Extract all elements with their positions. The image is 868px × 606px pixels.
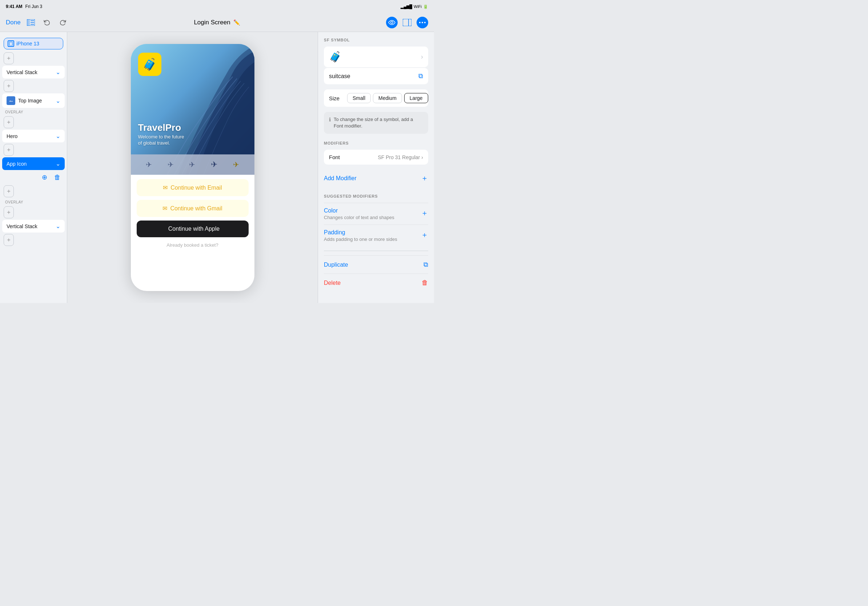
app-icon-symbol: 🧳 — [143, 57, 157, 71]
svg-rect-0 — [27, 19, 30, 26]
size-small-button[interactable]: Small — [347, 93, 371, 103]
font-modifier-row[interactable]: Font SF Pro 31 Regular › — [324, 150, 428, 165]
duplicate-layer-button[interactable]: ⊕ — [39, 172, 50, 182]
sf-chevron-icon: › — [421, 53, 423, 61]
svg-point-13 — [8, 98, 14, 103]
svg-point-5 — [391, 22, 393, 24]
add-modifier-label: Add Modifier — [324, 175, 356, 182]
size-label: Size — [329, 95, 344, 101]
layer-label-vertical-stack-2: Vertical Stack — [6, 223, 37, 229]
add-color-modifier-button[interactable]: ＋ — [421, 208, 428, 218]
delete-icon[interactable]: 🗑 — [422, 279, 428, 287]
preview-button[interactable] — [386, 17, 398, 28]
modifiers-label: MODIFIERS — [324, 141, 428, 145]
edit-title-icon[interactable]: ✏️ — [233, 19, 240, 26]
add-padding-modifier-button[interactable]: ＋ — [421, 230, 428, 240]
size-medium-button[interactable]: Medium — [373, 93, 402, 103]
duplicate-label: Duplicate — [324, 261, 348, 268]
delete-label: Delete — [324, 280, 341, 286]
size-large-button[interactable]: Large — [404, 93, 428, 103]
center-area: 🧳 TravelPro Welcome to the future of glo… — [67, 32, 318, 303]
color-desc: Changes color of text and shapes — [324, 215, 394, 220]
sf-symbol-row[interactable]: 🧳 › — [324, 46, 428, 67]
suitcase-row: ⧉ — [324, 68, 428, 84]
layer-item-app-icon[interactable]: App Icon ⌄ — [2, 157, 65, 170]
panel-button[interactable] — [401, 17, 413, 28]
add-layer-4-button[interactable]: ＋ — [4, 185, 14, 197]
layer-label-app-icon: App Icon — [6, 161, 26, 167]
app-icon-overlay: 🧳 — [138, 53, 161, 76]
suggested-label: SUGGESTED MODIFIERS — [324, 194, 428, 198]
add-layer-2-button[interactable]: ＋ — [4, 80, 14, 92]
chevron-icon-1: ⌄ — [56, 69, 60, 76]
chevron-icon-2: ⌄ — [56, 223, 60, 230]
redo-button[interactable] — [57, 17, 69, 28]
wifi-icon: WiFi — [414, 5, 422, 9]
phone-mockup: 🧳 TravelPro Welcome to the future of glo… — [131, 44, 254, 291]
layer-label-hero: Hero — [6, 133, 17, 139]
toolbar: Done Login Screen ✏️ — [0, 13, 434, 32]
continue-email-label: Continue with Email — [170, 185, 222, 191]
more-button[interactable] — [417, 17, 428, 28]
duplicate-action-row: Duplicate ⧉ — [324, 255, 428, 274]
continue-gmail-label: Continue with Gmail — [170, 205, 222, 212]
hero-area: 🧳 TravelPro Welcome to the future of glo… — [131, 44, 254, 175]
layer-item-top-image[interactable]: Top Image ⌄ — [2, 93, 65, 108]
chevron-icon-app-icon: ⌄ — [56, 160, 60, 167]
svg-point-8 — [419, 22, 420, 23]
add-layer-5-button[interactable]: ＋ — [4, 206, 14, 218]
status-bar: 9:41 AM Fri Jun 3 ▂▄▆█ WiFi 🔋 — [0, 0, 434, 13]
layer-actions: ⊕ 🗑 — [0, 171, 67, 184]
sf-symbol-icon: 🧳 — [329, 51, 342, 63]
copy-icon[interactable]: ⧉ — [418, 72, 423, 80]
add-modifier-button[interactable]: Add Modifier ＋ — [324, 170, 428, 187]
delete-layer-button[interactable]: 🗑 — [52, 172, 62, 182]
status-date: Fri Jun 3 — [25, 4, 42, 9]
symbol-name-input[interactable] — [329, 73, 418, 80]
plane-icon-4: ✈ — [211, 160, 217, 169]
sidebar-toggle-button[interactable] — [25, 17, 37, 28]
info-icon: ℹ — [329, 117, 331, 122]
main-layout: iPhone 13 ＋ Vertical Stack ⌄ ＋ Top Imag — [0, 32, 434, 303]
app-tagline-1: Welcome to the future — [138, 134, 184, 139]
plane-icon-2: ✈ — [167, 160, 174, 169]
add-layer-top-button[interactable]: ＋ — [4, 52, 14, 64]
add-layer-3-button[interactable]: ＋ — [4, 144, 14, 156]
gmail-icon: ✉ — [163, 205, 167, 212]
top-image-thumb — [6, 96, 15, 105]
continue-gmail-button[interactable]: ✉ Continue with Gmail — [137, 200, 249, 217]
info-text: To change the size of a symbol, add a Fo… — [334, 116, 423, 129]
app-name: TravelPro — [138, 122, 184, 133]
status-icons: ▂▄▆█ WiFi 🔋 — [401, 5, 428, 9]
font-value: SF Pro 31 Regular › — [378, 155, 423, 160]
svg-point-9 — [422, 22, 423, 23]
add-layer-6-button[interactable]: ＋ — [4, 234, 14, 246]
continue-apple-button[interactable]: Continue with Apple — [137, 221, 249, 237]
toolbar-right — [355, 17, 428, 28]
already-booked-text: Already booked a ticket? — [137, 241, 249, 249]
duplicate-icon[interactable]: ⧉ — [423, 261, 428, 269]
signal-icon: ▂▄▆█ — [401, 5, 412, 9]
continue-email-button[interactable]: ✉ Continue with Email — [137, 179, 249, 196]
app-tagline-2: of global travel. — [138, 140, 184, 146]
plane-icon-1: ✈ — [146, 160, 152, 169]
font-chevron-icon: › — [421, 155, 423, 160]
login-buttons: ✉ Continue with Email ✉ Continue with Gm… — [131, 175, 254, 254]
toolbar-center: Login Screen ✏️ — [79, 19, 355, 26]
add-modifier-icon: ＋ — [421, 173, 428, 183]
right-panel: SF SYMBOL 🧳 › ⧉ Size Small Medium Large … — [318, 32, 434, 303]
device-chip[interactable]: iPhone 13 — [4, 38, 63, 49]
svg-rect-12 — [10, 42, 12, 43]
svg-rect-6 — [403, 19, 411, 26]
done-button[interactable]: Done — [6, 19, 21, 26]
app-name-area: TravelPro Welcome to the future of globa… — [138, 122, 184, 146]
layer-label-top-image: Top Image — [18, 98, 42, 104]
undo-button[interactable] — [41, 17, 53, 28]
suggested-padding-item: Padding Adds padding to one or more side… — [324, 224, 428, 246]
layer-item-hero[interactable]: Hero ⌄ — [2, 130, 65, 142]
layer-item-vertical-stack-1[interactable]: Vertical Stack ⌄ — [2, 66, 65, 79]
email-icon: ✉ — [163, 184, 167, 191]
add-overlay-1-button[interactable]: ＋ — [4, 116, 14, 128]
layer-item-vertical-stack-2[interactable]: Vertical Stack ⌄ — [2, 220, 65, 232]
size-row: Size Small Medium Large — [324, 90, 428, 107]
